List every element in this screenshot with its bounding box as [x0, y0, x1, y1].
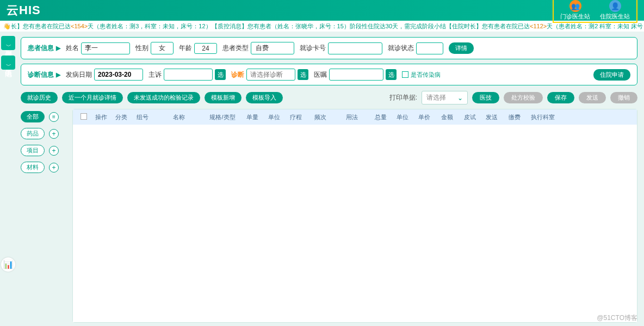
- add-material-button[interactable]: +: [49, 163, 59, 173]
- col-qty: 单量: [242, 113, 263, 121]
- patient-sex: 女: [151, 42, 174, 54]
- col-course: 疗程: [285, 113, 307, 121]
- station-outpatient[interactable]: 👥 门诊医生站: [556, 0, 595, 21]
- diagnosis-header[interactable]: 诊断信息▶: [28, 70, 60, 79]
- patient-age: 24: [194, 43, 217, 54]
- visit-status-input[interactable]: [416, 42, 443, 54]
- patient-info-header[interactable]: 患者信息▶: [28, 44, 60, 53]
- print-label: 打印单据:: [389, 93, 417, 102]
- diagnosis-input[interactable]: [246, 69, 295, 81]
- station-switch-group: 👥 门诊医生站 👤 住院医生站: [553, 0, 637, 23]
- action-toolbar: 就诊历史 近一个月就诊详情 未发送成功的检验记录 模板新增 模板导入 打印单据:…: [21, 91, 637, 104]
- sidebar-patient-list[interactable]: 〉 患者列表: [1, 36, 15, 50]
- menu-icon-button[interactable]: ≡: [49, 112, 59, 122]
- col-unit2: 单位: [392, 113, 413, 121]
- send-button[interactable]: 发送: [579, 92, 606, 103]
- diagnosis-select-button[interactable]: 选: [298, 69, 308, 80]
- doctor-advice-input[interactable]: [329, 69, 383, 81]
- checkbox-icon: [402, 71, 408, 78]
- patient-type: 自费: [251, 42, 294, 54]
- play-icon: ▶: [56, 45, 60, 52]
- save-button[interactable]: 保存: [547, 92, 574, 103]
- order-table: 操作 分类 组号 名称 规格/类型 单量 单位 疗程 频次 用法 总量 单位 单…: [72, 109, 637, 323]
- medtech-button[interactable]: 医技: [472, 92, 499, 103]
- col-cat: 分类: [112, 113, 131, 121]
- table-body-empty: [73, 125, 637, 322]
- onset-date-input[interactable]: [94, 69, 143, 81]
- visit-card-input[interactable]: [328, 42, 382, 54]
- infectious-checkbox[interactable]: 是否传染病: [402, 71, 441, 79]
- col-skin: 皮试: [459, 113, 481, 121]
- print-select[interactable]: 请选择⌄: [422, 91, 468, 104]
- sidebar-emr[interactable]: 〉 电子病历: [1, 56, 15, 70]
- select-all-checkbox[interactable]: [81, 113, 87, 120]
- inpatient-apply-button[interactable]: 住院申请: [593, 69, 630, 81]
- cat-material[interactable]: 材料: [21, 162, 45, 173]
- patient-name-input[interactable]: [81, 42, 130, 54]
- prescription-verify-button[interactable]: 处方校验: [504, 92, 543, 103]
- col-freq: 频次: [307, 113, 334, 121]
- add-item-button[interactable]: +: [49, 146, 59, 156]
- col-usage: 用法: [334, 113, 370, 121]
- main-content: 患者信息▶ 姓名 性别 女 年龄 24 患者类型 自费 就诊卡号 就诊状态 详情: [16, 32, 644, 326]
- top-bar: 云HIS 👥 门诊医生站 👤 住院医生站: [0, 0, 644, 21]
- chart-icon: 📊: [3, 260, 14, 269]
- col-send: 发送: [481, 113, 503, 121]
- col-grp: 组号: [131, 113, 154, 121]
- col-unit: 单位: [263, 113, 285, 121]
- chief-complaint-input[interactable]: [164, 69, 213, 81]
- col-dept: 执行科室: [527, 113, 559, 121]
- station-outpatient-label: 门诊医生站: [560, 13, 590, 21]
- category-column: 全部 ≡ 药品 + 项目 + 材料 +: [21, 109, 67, 323]
- play-icon: ▶: [56, 71, 60, 78]
- revoke-button[interactable]: 撤销: [610, 92, 637, 103]
- cat-item[interactable]: 项目: [21, 145, 45, 156]
- col-total: 总量: [370, 113, 392, 121]
- col-name: 名称: [154, 113, 203, 121]
- chevron-down-icon: ⌄: [457, 94, 463, 102]
- advice-select-button[interactable]: 选: [386, 69, 397, 80]
- cat-all[interactable]: 全部: [21, 111, 45, 122]
- add-drug-button[interactable]: +: [49, 129, 59, 139]
- logo: 云HIS: [7, 2, 41, 19]
- col-fee: 缴费: [503, 113, 527, 121]
- inpatient-icon: 👤: [609, 0, 621, 12]
- table-header: 操作 分类 组号 名称 规格/类型 单量 单位 疗程 频次 用法 总量 单位 单…: [73, 109, 637, 125]
- sidebar: 〉 患者列表 〉 电子病历 📊: [0, 32, 16, 326]
- recent-detail-button[interactable]: 近一个月就诊详情: [62, 92, 123, 103]
- col-amt: 金额: [435, 113, 459, 121]
- cat-drug[interactable]: 药品: [21, 128, 45, 139]
- chart-icon-button[interactable]: 📊: [1, 257, 15, 272]
- diagnosis-panel: 诊断信息▶ 发病日期 主诉 选 诊断 选 医嘱 选 是否传染病 住院申: [21, 64, 637, 85]
- notification-marquee: 👋长】您有患者在院已达 <154> 天（患者姓名：测3，科室：未知，床号：12）…: [0, 21, 644, 32]
- outpatient-icon: 👥: [569, 0, 581, 12]
- col-op: 操作: [90, 113, 112, 121]
- chief-select-button[interactable]: 选: [215, 69, 226, 80]
- template-import-button[interactable]: 模板导入: [246, 92, 283, 103]
- detail-button[interactable]: 详情: [449, 42, 474, 54]
- patient-info-panel: 患者信息▶ 姓名 性别 女 年龄 24 患者类型 自费 就诊卡号 就诊状态 详情: [21, 37, 637, 59]
- col-price: 单价: [413, 113, 435, 121]
- order-content: 全部 ≡ 药品 + 项目 + 材料 + 操作: [21, 109, 637, 323]
- history-button[interactable]: 就诊历史: [21, 92, 58, 103]
- station-inpatient[interactable]: 👤 住院医生站: [596, 0, 634, 21]
- template-add-button[interactable]: 模板新增: [205, 92, 242, 103]
- unsent-records-button[interactable]: 未发送成功的检验记录: [127, 92, 200, 103]
- col-spec: 规格/类型: [203, 113, 242, 121]
- watermark: @51CTO博客: [597, 313, 637, 323]
- station-inpatient-label: 住院医生站: [600, 13, 630, 21]
